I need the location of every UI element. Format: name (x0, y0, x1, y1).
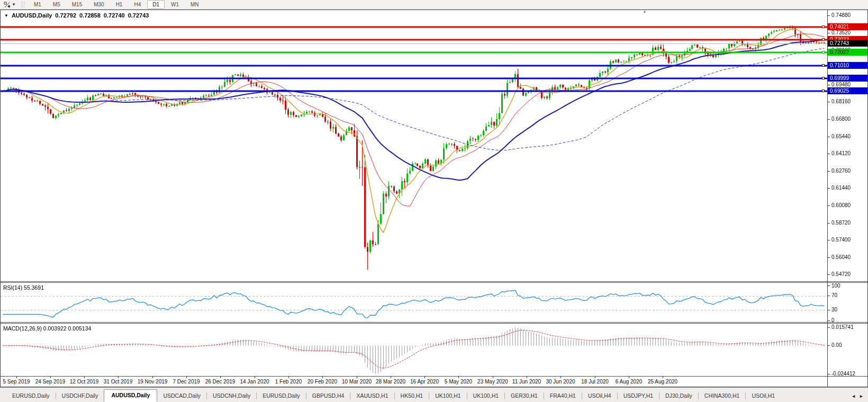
chart-tab-gbpusd-h4[interactable]: GBPUSD,H4 (306, 390, 350, 401)
ohlc-open: 0.72792 (55, 12, 76, 19)
price-tag-0.72022[interactable]: 0.72022 (828, 49, 867, 56)
chart-tab-eurusd-daily[interactable]: EURUSD,Daily (257, 390, 306, 401)
timeframe-button-m30[interactable]: M30 (88, 0, 109, 9)
chart-tab-usdjpy-h1[interactable]: USDJPY,H1 (618, 390, 659, 401)
chart-tab-usdcnh-daily[interactable]: USDCNH,Daily (207, 390, 256, 401)
line-anchor-square[interactable] (822, 64, 825, 67)
x-axis-label: 11 Jun 2020 (512, 379, 541, 385)
chart-tab-fra40-h1[interactable]: FRA40,H1 (544, 390, 582, 401)
chart-tab-usoil-h4[interactable]: USOil,H4 (582, 390, 617, 401)
y-axis-label: 0.65440 (831, 133, 851, 139)
x-axis-label: 16 Apr 2020 (410, 379, 439, 385)
y-axis-label: 0.68160 (831, 99, 851, 104)
chart-tab-usdchf-daily[interactable]: USDCHF,Daily (56, 390, 104, 401)
tab-scroll-right-icon[interactable]: ► (859, 394, 864, 399)
chart-tab-hk50-h1[interactable]: HK50,H1 (395, 390, 429, 401)
chart-tab-dj30-daily[interactable]: DJ30,Daily (659, 390, 698, 401)
x-axis-label: 24 Sep 2019 (35, 379, 66, 385)
candlestick-chart[interactable] (1, 10, 827, 281)
x-axis-label: 18 Jul 2020 (581, 379, 609, 385)
timeframe-button-h4[interactable]: H4 (129, 0, 146, 9)
x-axis-tickmark (391, 377, 391, 378)
rsi-axis-label: 70 (831, 292, 837, 298)
y-axis-label: 0.61440 (831, 185, 851, 191)
top-toolbar: ▼ M1M5M15M30H1H4D1W1MN (0, 0, 868, 10)
timeframe-button-mn[interactable]: MN (185, 0, 204, 9)
chart-tabs: EURUSD,DailyUSDCHF,DailyAUDUSD,DailyUSDC… (0, 389, 849, 402)
ohlc-close: 0.72743 (128, 12, 149, 19)
chart-title: ▼ AUDUSD,Daily 0.72792 0.72858 0.72740 0… (4, 12, 149, 19)
chart-tab-usdcad-daily[interactable]: USDCAD,Daily (157, 390, 206, 401)
price-tag-0.71010[interactable]: 0.71010 (828, 62, 867, 69)
y-axis-label: 0.54720 (831, 271, 851, 277)
chart-tab-usoil-h1[interactable]: USOil,H1 (746, 390, 781, 401)
x-axis-label: 14 Jan 2020 (240, 379, 269, 385)
chart-tab-china300-h1[interactable]: CHINA300,H1 (699, 390, 746, 401)
line-anchor-square[interactable] (822, 90, 825, 92)
price-tag-0.69999[interactable]: 0.69999 (828, 75, 867, 82)
x-axis-label: 10 Mar 2020 (342, 379, 372, 385)
dropdown-caret-icon: ▼ (12, 3, 16, 7)
toolbar-grip[interactable] (22, 2, 24, 8)
chart-tab-uk100-h1[interactable]: UK100,H1 (467, 390, 504, 401)
ohlc-low: 0.72740 (104, 12, 125, 19)
chart-tab-ger30-h1[interactable]: GER30,H1 (505, 390, 544, 401)
macd-axis-label: -0.024412 (831, 371, 855, 377)
y-axis-label: 0.66800 (831, 116, 851, 122)
x-axis-label: 20 Feb 2020 (308, 379, 337, 385)
chart-tab-eurusd-daily[interactable]: EURUSD,Daily (6, 390, 56, 401)
y-axis-label: 0.56040 (831, 254, 851, 260)
price-tag-0.69025[interactable]: 0.69025 (828, 87, 867, 94)
x-axis-tickmark (595, 377, 595, 378)
timeframe-button-d1[interactable]: D1 (147, 0, 165, 9)
rsi-axis-label: 30 (831, 307, 837, 312)
rsi-axis-label: 0 (831, 317, 835, 323)
x-axis-label: 30 Jun 2020 (546, 379, 575, 385)
timeframe-button-m1[interactable]: M1 (29, 0, 47, 9)
y-axis-label: 0.69480 (831, 82, 851, 87)
timeframe-button-w1[interactable]: W1 (166, 0, 184, 9)
line-anchor-square[interactable] (822, 38, 825, 41)
timeframe-button-m15[interactable]: M15 (67, 0, 87, 9)
x-axis-label: 5 Sep 2019 (3, 379, 30, 385)
timeframe-button-m5[interactable]: M5 (48, 0, 66, 9)
x-axis-tickmark (255, 377, 255, 378)
price-pane: ▼ AUDUSD,Daily 0.72792 0.72858 0.72740 0… (1, 10, 867, 281)
macd-chart[interactable] (1, 324, 827, 376)
y-axis-label: 0.57400 (831, 237, 851, 243)
date-axis[interactable]: 5 Sep 201924 Sep 201912 Oct 201931 Oct 2… (1, 376, 867, 387)
y-axis-label: 0.74880 (831, 12, 851, 18)
x-axis-label: 26 Dec 2019 (205, 379, 236, 385)
collapse-caret-icon[interactable]: ▼ (4, 13, 8, 18)
tab-scroll-left-icon[interactable]: ◄ (851, 394, 856, 399)
chart-window: ▲ ▼ AUDUSD,Daily 0.72792 0.72858 0.72740… (0, 10, 868, 387)
x-axis-tickmark (84, 377, 85, 378)
chart-shift-marker[interactable]: ▲ (643, 10, 647, 14)
x-axis-tickmark (322, 377, 323, 378)
price-tag-0.72743[interactable]: 0.72743 (828, 40, 867, 47)
x-axis-label: 31 Oct 2019 (104, 379, 132, 385)
timeframe-button-h1[interactable]: H1 (111, 0, 128, 9)
y-axis-label: 0.73520 (831, 30, 851, 35)
x-axis-tickmark (663, 377, 663, 378)
x-axis-label: 23 May 2020 (477, 379, 508, 385)
chart-tab-xauusd-h1[interactable]: XAUUSD,H1 (350, 390, 394, 401)
line-anchor-square[interactable] (822, 51, 825, 53)
rsi-axis-label: 100 (831, 283, 840, 289)
x-axis-label: 25 Aug 2020 (648, 379, 677, 385)
chart-tab-audusd-daily[interactable]: AUDUSD,Daily (104, 389, 157, 402)
x-axis-tickmark (357, 377, 357, 378)
price-tag-0.74021[interactable]: 0.74021 (828, 23, 867, 30)
x-axis-label: 5 May 2020 (445, 379, 472, 385)
line-anchor-square[interactable] (822, 77, 825, 79)
x-axis-tickmark (118, 377, 119, 378)
rsi-pane: RSI(14) 55.3691 10070300 (1, 283, 867, 322)
line-anchor-square[interactable] (822, 25, 825, 28)
y-axis-label: 0.62760 (831, 168, 851, 174)
indicators-menu-button[interactable]: ▼ (2, 1, 18, 9)
chart-tab-uk100-h1[interactable]: UK100,H1 (429, 390, 466, 401)
x-axis-label: 7 Dec 2019 (173, 379, 200, 385)
rsi-chart[interactable] (1, 283, 827, 322)
rsi-label: RSI(14) 55.3691 (3, 284, 44, 291)
macd-label: MACD(12,26,9) 0.003922 0.005134 (3, 325, 91, 332)
